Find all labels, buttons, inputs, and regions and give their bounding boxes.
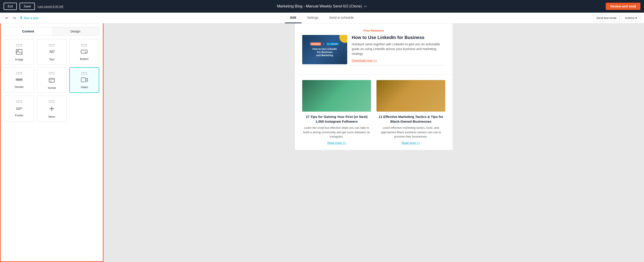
widget-social[interactable]: # Social	[37, 67, 67, 93]
social-label: Social	[48, 86, 56, 89]
save-button[interactable]: Save	[20, 3, 35, 10]
article-card-2: 11 Effective Marketing Tactics & Tips fo…	[376, 80, 445, 145]
resource-section: Free Resource HubSpot + in LinkedIn How …	[295, 24, 452, 75]
widget-footer[interactable]: Footer	[4, 96, 34, 122]
article-title-2: 11 Effective Marketing Tactics & Tips fo…	[376, 114, 445, 124]
articles-grid: 17 Tips for Gaining Your First (or Next)…	[295, 75, 452, 150]
actions-chevron-icon: ▾	[636, 16, 637, 20]
panel-tab-content[interactable]: Content	[4, 27, 52, 35]
video-label: Video	[80, 85, 88, 89]
main-area: Content Design Image	[0, 24, 644, 262]
image-icon	[16, 49, 22, 56]
widget-drag-handle	[82, 44, 87, 46]
svg-rect-0	[16, 49, 22, 54]
svg-rect-10	[49, 78, 54, 82]
footer-icon	[16, 105, 22, 112]
widget-divider[interactable]: Divider	[4, 67, 34, 93]
panel-tab-design[interactable]: Design	[52, 27, 99, 35]
widget-text[interactable]: A Text	[37, 39, 67, 64]
top-bar-right: Review and send	[606, 3, 640, 10]
review-send-button[interactable]: Review and send	[606, 3, 640, 10]
text-label: Text	[49, 58, 54, 61]
resource-card: HubSpot + in LinkedIn How to Use LinkedI…	[302, 35, 445, 64]
svg-text:#: #	[50, 80, 51, 82]
hubspot-logo: HubSpot	[310, 42, 321, 46]
article-desc-1: Learn the small but effective steps you …	[302, 125, 371, 139]
right-content: Free Resource HubSpot + in LinkedIn How …	[104, 24, 644, 262]
widget-button[interactable]: Button	[69, 39, 99, 64]
exit-button[interactable]: Exit	[4, 3, 17, 10]
resource-title: How to Use LinkedIn for Business	[352, 35, 445, 40]
article-image-1	[302, 80, 371, 112]
svg-rect-6	[81, 50, 87, 53]
top-bar: Exit Save Last saved 8:40 AM Marketing B…	[0, 0, 644, 13]
actions-label: Actions	[625, 16, 634, 20]
article-desc-2: Learn effective marketing tactics, tools…	[376, 125, 445, 139]
article-title-1: 17 Tips for Gaining Your First (or Next)…	[302, 114, 371, 124]
widget-drag-handle	[16, 44, 22, 46]
social-icon: #	[49, 77, 55, 84]
run-test-label: Run a test	[24, 16, 38, 20]
widget-drag-handle	[16, 100, 22, 103]
resource-download-link[interactable]: Download now >>	[352, 59, 377, 62]
flask-icon: ⚗	[19, 16, 22, 20]
run-test-button[interactable]: ⚗ Run a test	[19, 16, 38, 20]
last-saved-text[interactable]: Last saved 8:40 AM	[38, 5, 63, 8]
article-image-2	[376, 80, 445, 112]
title-edit-icon[interactable]: ✏	[364, 4, 367, 9]
resource-image: HubSpot + in LinkedIn How to Use LinkedI…	[302, 35, 347, 64]
more-icon	[48, 105, 55, 113]
divider-label: Divider	[15, 85, 24, 89]
resource-description: HubSpot came together with LinkedIn to g…	[352, 42, 445, 56]
svg-rect-13	[81, 78, 86, 82]
email-preview: Free Resource HubSpot + in LinkedIn How …	[295, 24, 452, 150]
widget-drag-handle	[49, 44, 54, 46]
panel-tab-group: Content Design	[4, 27, 99, 36]
more-label: More	[48, 115, 55, 118]
secondary-right: Send test email Actions ▾	[593, 15, 640, 21]
main-tab-group: Edit Settings Send or schedule	[285, 13, 359, 23]
tab-settings[interactable]: Settings	[302, 13, 324, 23]
send-test-email-button[interactable]: Send test email	[593, 15, 620, 21]
left-panel: Content Design Image	[0, 24, 104, 262]
widget-image[interactable]: Image	[4, 39, 34, 64]
top-bar-center: Marketing Blog - Manual Weekly Send 6/2 …	[277, 4, 367, 9]
free-resource-label: Free Resource	[302, 29, 445, 32]
undo-redo-group: ↩ ↪	[4, 15, 18, 21]
logo-separator: +	[323, 43, 324, 45]
widget-more[interactable]: More	[37, 96, 67, 122]
actions-button[interactable]: Actions ▾	[622, 15, 640, 21]
image-label: Image	[15, 58, 23, 61]
resource-text: How to Use LinkedIn for Business HubSpot…	[352, 35, 445, 62]
widget-drag-handle	[16, 72, 22, 74]
yellow-circle-decoration	[339, 35, 347, 43]
button-label: Button	[80, 57, 89, 61]
read-more-1[interactable]: Read more >>	[302, 141, 371, 145]
tab-edit[interactable]: Edit	[285, 13, 302, 23]
widget-drag-handle	[49, 100, 54, 103]
linkedin-logo: in LinkedIn	[326, 42, 339, 46]
widget-video[interactable]: Video	[69, 67, 99, 93]
widget-drag-handle	[82, 72, 87, 75]
button-icon	[81, 49, 88, 55]
page-title: Marketing Blog - Manual Weekly Send 6/2 …	[277, 4, 362, 9]
widget-drag-handle	[49, 72, 54, 74]
resource-image-title: How to Use LinkedInFor Businessand Marke…	[312, 47, 337, 57]
undo-button[interactable]: ↩	[4, 15, 10, 21]
redo-button[interactable]: ↪	[11, 15, 18, 21]
read-more-2[interactable]: Read more >>	[376, 141, 445, 145]
article-card-1: 17 Tips for Gaining Your First (or Next)…	[302, 80, 371, 145]
widget-grid: Image A Text	[4, 39, 99, 122]
text-icon: A	[48, 49, 55, 56]
divider-icon	[16, 77, 22, 83]
secondary-bar: ↩ ↪ ⚗ Run a test Edit Settings Send or s…	[0, 13, 644, 24]
resource-logos: HubSpot + in LinkedIn	[310, 42, 339, 46]
tab-send-or-schedule[interactable]: Send or schedule	[324, 13, 359, 23]
video-icon	[81, 77, 88, 84]
section-divider	[302, 65, 445, 65]
footer-label: Footer	[15, 114, 24, 117]
